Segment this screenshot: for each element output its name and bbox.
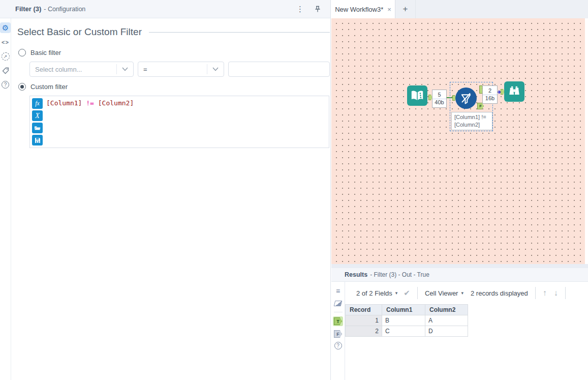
alteryx-designer-window: Filter (3) - Configuration ⋮ ⚙ <> ↗ ?: [0, 0, 588, 380]
open-expression-icon[interactable]: [32, 123, 43, 133]
column-select[interactable]: Select column...: [29, 62, 134, 77]
connection-label-in: 5 40b: [432, 90, 447, 108]
results-content: 2 of 2 Fields ▾ ✔ Cell Viewer ▾ 2 record…: [345, 282, 588, 380]
false-output-tab[interactable]: F: [334, 330, 342, 338]
workflow-tab-label: New Workflow3*: [335, 6, 383, 13]
column-header-column1[interactable]: Column1: [382, 305, 425, 315]
metadata-list-icon[interactable]: ≡: [334, 286, 343, 295]
text-input-tool[interactable]: [407, 85, 427, 106]
data-cell: C: [382, 326, 425, 337]
functions-icon[interactable]: fx: [32, 98, 43, 109]
table-row: 1 B A: [346, 315, 468, 326]
scroll-up-icon[interactable]: ↑: [543, 288, 547, 298]
new-tab-button[interactable]: +: [395, 0, 416, 18]
record-number-cell: 2: [346, 326, 382, 337]
caret-down-icon: ▾: [395, 290, 398, 296]
data-cell: B: [382, 315, 425, 326]
scroll-down-icon[interactable]: ↓: [554, 288, 558, 298]
kebab-menu-icon[interactable]: ⋮: [296, 5, 304, 14]
configuration-tab-gear-icon[interactable]: ⚙: [0, 22, 11, 33]
fields-dropdown[interactable]: 2 of 2 Fields ▾: [356, 289, 397, 297]
column-header-column2[interactable]: Column2: [425, 305, 468, 315]
results-help-icon[interactable]: ?: [334, 342, 342, 349]
xml-view-code-icon[interactable]: <>: [0, 37, 11, 47]
results-rail: ≡ T F ?: [331, 282, 345, 380]
chevron-down-icon: [117, 67, 133, 71]
table-row: 2 C D: [346, 326, 468, 337]
results-table: Record Column1 Column2 1 B A: [345, 304, 468, 337]
true-output-tab[interactable]: T: [333, 316, 343, 326]
close-tab-icon[interactable]: ×: [387, 6, 391, 13]
expression-toolbar: fx X: [32, 98, 43, 145]
results-panel: Results - Filter (3) - Out - True ≡ T F …: [331, 268, 588, 380]
data-cell: A: [425, 315, 468, 326]
connection-label-out: 2 16b: [482, 85, 498, 104]
page-heading: Select Basic or Custom Filter: [17, 26, 142, 38]
panel-splitter[interactable]: [331, 264, 588, 268]
text-input-book-icon: [409, 87, 425, 104]
record-number-cell: 1: [346, 315, 382, 326]
open-example-arrow-icon: ↗: [2, 52, 10, 61]
tool-title: Filter (3): [15, 5, 41, 13]
variables-icon[interactable]: X: [32, 110, 43, 121]
results-header: Results - Filter (3) - Out - True: [331, 268, 588, 282]
data-cell: D: [425, 326, 468, 337]
chevron-down-icon: [207, 67, 224, 71]
open-example-icon[interactable]: ↗: [0, 51, 11, 62]
help-icon[interactable]: ?: [0, 79, 11, 90]
cell-viewer-dropdown[interactable]: Cell Viewer ▾: [425, 289, 463, 297]
browse-binoculars-icon: [507, 84, 522, 99]
canvas-scrollbar[interactable]: [585, 18, 588, 264]
configuration-content: Select Basic or Custom Filter Basic filt…: [11, 18, 335, 380]
tool-title-suffix: - Configuration: [44, 6, 85, 13]
configuration-header: Filter (3) - Configuration ⋮: [0, 0, 330, 18]
browse-tool[interactable]: [504, 81, 524, 102]
tag-icon[interactable]: [0, 65, 11, 76]
radio-checked-icon[interactable]: [18, 83, 26, 91]
basic-filter-controls: Select column... =: [29, 62, 330, 77]
workflow-canvas[interactable]: 5 40b T F 2 16b: [331, 18, 588, 264]
basic-filter-value-input[interactable]: [228, 62, 330, 77]
basic-filter-radio[interactable]: Basic filter: [18, 49, 330, 56]
workspace: New Workflow3* × +: [331, 0, 588, 380]
expression-editor[interactable]: fx X [Column1] != [Column2]: [29, 96, 329, 148]
radio-unchecked-icon[interactable]: [18, 49, 26, 56]
column-header-record[interactable]: Record: [346, 305, 382, 315]
results-toolbar: 2 of 2 Fields ▾ ✔ Cell Viewer ▾ 2 record…: [345, 282, 588, 304]
custom-filter-radio[interactable]: Custom filter: [18, 83, 330, 91]
expression-text[interactable]: [Column1] != [Column2]: [30, 96, 329, 107]
tool-annotation[interactable]: [Column1] != [Column2]: [451, 112, 492, 130]
filter-tool[interactable]: [455, 87, 477, 109]
operator-select[interactable]: =: [138, 62, 224, 77]
save-expression-icon[interactable]: [32, 135, 43, 145]
pin-icon[interactable]: [314, 6, 321, 13]
workflow-tabbar: New Workflow3* × +: [331, 0, 588, 18]
workflow-tab[interactable]: New Workflow3* ×: [331, 0, 395, 18]
caret-down-icon: ▾: [461, 290, 463, 296]
configuration-rail: ⚙ <> ↗ ?: [0, 18, 11, 380]
filter-funnel-icon: [458, 91, 474, 106]
configuration-body: ⚙ <> ↗ ? Select Basic or Custom Filter B…: [0, 18, 330, 380]
apply-check-icon[interactable]: ✔: [404, 288, 410, 298]
data-view-icon[interactable]: [334, 299, 343, 308]
records-displayed-label: 2 records displayed: [471, 289, 528, 297]
heading-divider: [149, 32, 330, 33]
table-header-row: Record Column1 Column2: [346, 305, 468, 315]
configuration-panel: Filter (3) - Configuration ⋮ ⚙ <> ↗ ?: [0, 0, 331, 380]
